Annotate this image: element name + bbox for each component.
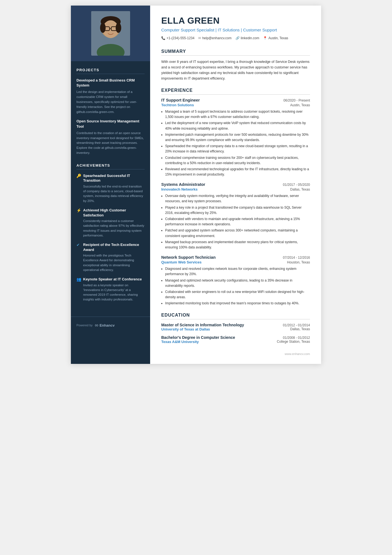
edu-school: Texas A&M University xyxy=(161,340,199,344)
bullet-item: Managed a team of 5 support technicians … xyxy=(165,109,310,120)
summary-text: With over 8 years of IT support expertis… xyxy=(161,59,310,81)
achievement-title: Keynote Speaker at IT Conference xyxy=(83,277,145,282)
edu-location: Dallas, Texas xyxy=(290,327,310,331)
sidebar: PROJECTS Developed a Small Business CRM … xyxy=(71,6,150,364)
linkedin-icon: 🔗 xyxy=(235,36,240,40)
exp-bullets: Oversaw daily system monitoring, verifyi… xyxy=(161,193,310,250)
photo-area xyxy=(71,6,150,61)
website-url: www.enhancv.com xyxy=(285,352,310,356)
experience-item: Systems Administrator 01/2017 - 05/2020 … xyxy=(161,182,310,250)
achievement-item: ⚡ Achieved High Customer Satisfaction Co… xyxy=(76,208,145,238)
check-icon: ✔ xyxy=(76,243,81,247)
achievement-title: Recipient of the Tech Excellence Award xyxy=(83,242,145,252)
exp-role: IT Support Engineer xyxy=(161,98,200,102)
bullet-item: Played a key role in a project that tran… xyxy=(165,205,310,216)
exp-location: Dallas, Texas xyxy=(290,188,310,191)
location-icon: 📍 xyxy=(263,36,267,40)
experience-item: Network Support Technician 07/2014 - 12/… xyxy=(161,255,310,306)
bullet-item: Managed backup processes and implemented… xyxy=(165,240,310,250)
achievement-item: 👥 Keynote Speaker at IT Conference Invit… xyxy=(76,277,145,302)
contact-phone: 📞 +1-(234)-555-1234 xyxy=(161,36,194,40)
summary-section: SUMMARY With over 8 years of IT support … xyxy=(161,49,310,81)
summary-title: SUMMARY xyxy=(161,49,310,56)
enhancv-logo: ∞ Enhancv xyxy=(95,322,115,328)
experience-section: EXPERIENCE IT Support Engineer 06/2020 -… xyxy=(161,88,310,306)
edu-degree: Bachelor's Degree in Computer Science xyxy=(161,335,235,340)
exp-bullets: Diagnosed and resolved complex network i… xyxy=(161,266,310,306)
svg-point-10 xyxy=(116,23,121,33)
achievements-list: 🔑 Spearheaded Successful IT Transition S… xyxy=(76,173,145,302)
achievement-desc: Consistently maintained a customer satis… xyxy=(83,219,145,238)
project-item: Developed a Small Business CRM System Le… xyxy=(76,78,145,114)
bullet-item: Managed and optimized network security c… xyxy=(165,278,310,288)
bullet-item: Implemented patch management protocols f… xyxy=(165,132,310,143)
email-value: help@enhancv.com xyxy=(202,36,231,40)
bullet-item: Oversaw daily system monitoring, verifyi… xyxy=(165,193,310,204)
achievements-section: ACHIEVEMENTS 🔑 Spearheaded Successful IT… xyxy=(76,163,145,302)
exp-location: Houston, Texas xyxy=(287,260,310,264)
exp-dates: 01/2017 - 05/2020 xyxy=(283,183,310,187)
education-list: Master of Science in Information Technol… xyxy=(161,323,310,344)
bullet-item: Implemented monitoring tools that improv… xyxy=(165,301,310,306)
project-title: Open Source Inventory Management Tool xyxy=(76,119,145,129)
person-name: ELLA GREEN xyxy=(161,16,310,26)
resume-container: PROJECTS Developed a Small Business CRM … xyxy=(71,6,321,364)
email-icon: ✉ xyxy=(198,36,201,40)
experience-item: IT Support Engineer 06/2020 - Present Te… xyxy=(161,98,310,177)
achievement-desc: Invited as a keynote speaker on 'Innovat… xyxy=(83,283,145,302)
bullet-item: Collaborated with vendors to maintain an… xyxy=(165,216,310,227)
svg-point-9 xyxy=(100,23,106,33)
exp-company: Quantum Web Services xyxy=(161,260,202,264)
education-item: Bachelor's Degree in Computer Science 01… xyxy=(161,335,310,344)
achievement-title: Achieved High Customer Satisfaction xyxy=(83,208,145,218)
key-icon: 🔑 xyxy=(76,174,81,178)
edu-degree: Master of Science in Information Technol… xyxy=(161,323,244,327)
exp-company: Innovatech Networks xyxy=(161,187,198,191)
lightning-icon: ⚡ xyxy=(76,208,81,213)
education-item: Master of Science in Information Technol… xyxy=(161,323,310,331)
projects-section-title: PROJECTS xyxy=(76,68,145,74)
main-footer: www.enhancv.com xyxy=(161,352,310,356)
exp-dates: 07/2014 - 12/2016 xyxy=(283,256,310,260)
achievements-section-title: ACHIEVEMENTS xyxy=(76,163,145,169)
exp-role: Systems Administrator xyxy=(161,182,205,187)
linkedin-value: linkedin.com xyxy=(241,36,259,40)
contact-linkedin[interactable]: 🔗 linkedin.com xyxy=(235,36,259,40)
main-content: ELLA GREEN Computer Support Specialist |… xyxy=(150,6,321,364)
bullet-item: Reviewed and recommended technological u… xyxy=(165,167,310,177)
exp-dates: 06/2020 - Present xyxy=(284,98,310,102)
edu-location: College Station, Texas xyxy=(277,340,310,344)
contact-bar: 📞 +1-(234)-555-1234 ✉ help@enhancv.com 🔗… xyxy=(161,36,310,42)
location-value: Austin, Texas xyxy=(268,36,288,40)
edu-dates: 01/2012 - 01/2014 xyxy=(283,323,310,327)
bullet-item: Diagnosed and resolved complex network i… xyxy=(165,266,310,277)
bullet-item: Patched and upgraded system software acr… xyxy=(165,228,310,238)
experience-list: IT Support Engineer 06/2020 - Present Te… xyxy=(161,98,310,306)
person-title: Computer Support Specialist | IT Solutio… xyxy=(161,27,310,33)
phone-icon: 📞 xyxy=(161,36,165,40)
sidebar-footer: Powered by ∞ Enhancv xyxy=(71,317,150,334)
logo-icon: ∞ xyxy=(95,322,98,328)
achievement-item: ✔ Recipient of the Tech Excellence Award… xyxy=(76,242,145,272)
sidebar-content: PROJECTS Developed a Small Business CRM … xyxy=(71,61,150,317)
exp-company: Techtron Solutions xyxy=(161,103,194,107)
exp-bullets: Managed a team of 5 support technicians … xyxy=(161,109,310,177)
bullet-item: Spearheaded the migration of company dat… xyxy=(165,144,310,154)
education-title: EDUCATION xyxy=(161,313,310,319)
achievement-item: 🔑 Spearheaded Successful IT Transition S… xyxy=(76,173,145,203)
edu-dates: 01/2008 - 01/2012 xyxy=(283,336,310,340)
exp-role: Network Support Technician xyxy=(161,255,216,260)
project-desc: Contributed to the creation of an open s… xyxy=(76,131,145,156)
avatar xyxy=(91,11,130,56)
bullet-item: Conducted comprehensive training session… xyxy=(165,155,310,166)
logo-text: Enhancv xyxy=(100,323,115,327)
project-title: Developed a Small Business CRM System xyxy=(76,78,145,88)
exp-location: Austin, Texas xyxy=(290,103,310,107)
edu-school: University of Texas at Dallas xyxy=(161,327,210,331)
person-icon: 👥 xyxy=(76,277,81,282)
education-section: EDUCATION Master of Science in Informati… xyxy=(161,313,310,344)
contact-location: 📍 Austin, Texas xyxy=(263,36,288,40)
achievement-title: Spearheaded Successful IT Transition xyxy=(83,173,145,183)
contact-email[interactable]: ✉ help@enhancv.com xyxy=(198,36,231,40)
projects-section: PROJECTS Developed a Small Business CRM … xyxy=(76,68,145,156)
